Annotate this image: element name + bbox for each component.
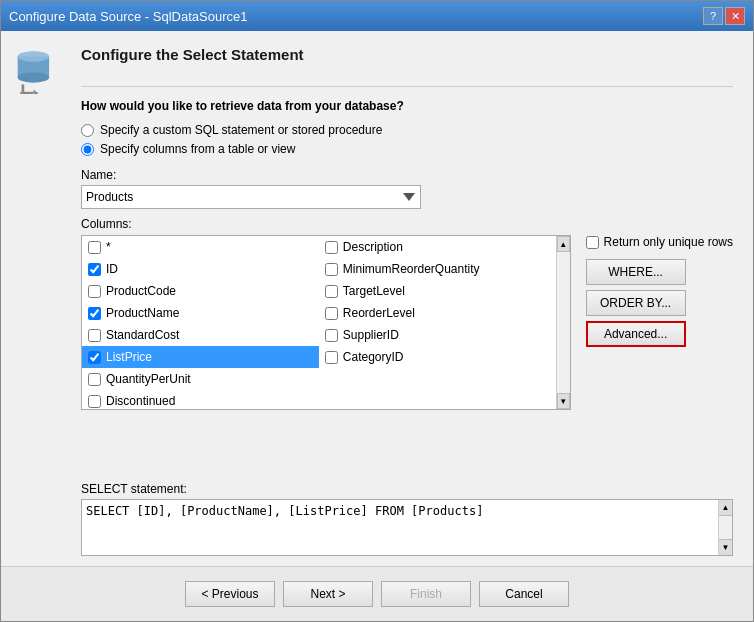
- radio-columns-label: Specify columns from a table or view: [100, 142, 295, 156]
- columns-grid: * ID ProductCode: [82, 236, 556, 409]
- columns-label: Columns:: [81, 217, 733, 231]
- icon-panel: [1, 31, 71, 566]
- finish-button[interactable]: Finish: [381, 581, 471, 607]
- page-title: Configure the Select Statement: [81, 46, 733, 63]
- column-item-discontinued[interactable]: Discontinued: [82, 390, 319, 409]
- column-item-standardcost[interactable]: StandardCost: [82, 324, 319, 346]
- checkbox-supplierid[interactable]: [325, 329, 338, 342]
- question-text: How would you like to retrieve data from…: [81, 99, 733, 113]
- col-right: Description MinimumReorderQuantity Targe…: [319, 236, 556, 409]
- select-scroll-up[interactable]: ▲: [719, 500, 732, 516]
- col-targetlevel-label: TargetLevel: [343, 284, 405, 298]
- checkbox-minreorderqty[interactable]: [325, 263, 338, 276]
- divider: [81, 86, 733, 87]
- main-window: Configure Data Source - SqlDataSource1 ?…: [0, 0, 754, 622]
- col-left: * ID ProductCode: [82, 236, 319, 409]
- column-item-targetlevel[interactable]: TargetLevel: [319, 280, 556, 302]
- columns-section: Columns: *: [81, 217, 733, 472]
- database-icon: [12, 46, 60, 94]
- return-unique-row: Return only unique rows: [586, 235, 733, 249]
- close-button[interactable]: ✕: [725, 7, 745, 25]
- cancel-button[interactable]: Cancel: [479, 581, 569, 607]
- next-button[interactable]: Next >: [283, 581, 373, 607]
- columns-area: * ID ProductCode: [81, 235, 733, 472]
- column-item-qtyperunit[interactable]: QuantityPerUnit: [82, 368, 319, 390]
- select-statement-label: SELECT statement:: [81, 482, 733, 496]
- unique-rows-label: Return only unique rows: [604, 235, 733, 249]
- window-title: Configure Data Source - SqlDataSource1: [9, 9, 247, 24]
- checkbox-star[interactable]: [88, 241, 101, 254]
- col-qtyperunit-label: QuantityPerUnit: [106, 372, 191, 386]
- checkbox-productname[interactable]: [88, 307, 101, 320]
- radio-columns[interactable]: [81, 143, 94, 156]
- col-discontinued-label: Discontinued: [106, 394, 175, 408]
- column-item-supplierid[interactable]: SupplierID: [319, 324, 556, 346]
- columns-right-panel: Return only unique rows WHERE... ORDER B…: [586, 235, 733, 472]
- col-supplierid-label: SupplierID: [343, 328, 399, 342]
- checkbox-id[interactable]: [88, 263, 101, 276]
- radio-custom-sql-item: Specify a custom SQL statement or stored…: [81, 123, 733, 137]
- scrollbar[interactable]: ▲ ▼: [556, 236, 570, 409]
- checkbox-discontinued[interactable]: [88, 395, 101, 408]
- column-item-reorderlevel[interactable]: ReorderLevel: [319, 302, 556, 324]
- help-button[interactable]: ?: [703, 7, 723, 25]
- footer-bar: < Previous Next > Finish Cancel: [1, 566, 753, 621]
- column-item-categoryid[interactable]: CategoryID: [319, 346, 556, 368]
- checkbox-unique-rows[interactable]: [586, 236, 599, 249]
- main-content: Configure the Select Statement How would…: [71, 31, 753, 566]
- col-productcode-label: ProductCode: [106, 284, 176, 298]
- advanced-button[interactable]: Advanced...: [586, 321, 686, 347]
- svg-marker-6: [33, 90, 38, 94]
- col-standardcost-label: StandardCost: [106, 328, 179, 342]
- radio-custom-sql[interactable]: [81, 124, 94, 137]
- col-star-label: *: [106, 240, 111, 254]
- select-scrollbar: ▲ ▼: [718, 500, 732, 555]
- name-label: Name:: [81, 168, 733, 182]
- checkbox-productcode[interactable]: [88, 285, 101, 298]
- svg-point-3: [18, 51, 49, 61]
- checkbox-qtyperunit[interactable]: [88, 373, 101, 386]
- name-select[interactable]: Products: [81, 185, 421, 209]
- col-id-label: ID: [106, 262, 118, 276]
- checkbox-reorderlevel[interactable]: [325, 307, 338, 320]
- svg-point-2: [18, 72, 49, 82]
- column-item-id[interactable]: ID: [82, 258, 319, 280]
- radio-columns-item: Specify columns from a table or view: [81, 142, 733, 156]
- where-button[interactable]: WHERE...: [586, 259, 686, 285]
- select-textarea[interactable]: SELECT [ID], [ProductName], [ListPrice] …: [82, 500, 718, 555]
- col-productname-label: ProductName: [106, 306, 179, 320]
- previous-button[interactable]: < Previous: [185, 581, 275, 607]
- column-item-listprice[interactable]: ListPrice: [82, 346, 319, 368]
- checkbox-listprice[interactable]: [88, 351, 101, 364]
- checkbox-standardcost[interactable]: [88, 329, 101, 342]
- column-item-description[interactable]: Description: [319, 236, 556, 258]
- column-item-star[interactable]: *: [82, 236, 319, 258]
- scroll-down[interactable]: ▼: [557, 393, 570, 409]
- columns-list-container: * ID ProductCode: [81, 235, 571, 410]
- col-minreorderqty-label: MinimumReorderQuantity: [343, 262, 480, 276]
- scroll-up[interactable]: ▲: [557, 236, 570, 252]
- title-bar-buttons: ? ✕: [703, 7, 745, 25]
- radio-group: Specify a custom SQL statement or stored…: [81, 123, 733, 156]
- col-listprice-label: ListPrice: [106, 350, 152, 364]
- checkbox-targetlevel[interactable]: [325, 285, 338, 298]
- columns-inner: * ID ProductCode: [82, 236, 556, 409]
- checkbox-description[interactable]: [325, 241, 338, 254]
- col-reorderlevel-label: ReorderLevel: [343, 306, 415, 320]
- column-item-productname[interactable]: ProductName: [82, 302, 319, 324]
- title-bar: Configure Data Source - SqlDataSource1 ?…: [1, 1, 753, 31]
- order-by-button[interactable]: ORDER BY...: [586, 290, 686, 316]
- select-scroll-down[interactable]: ▼: [719, 539, 732, 555]
- column-item-minreorderqty[interactable]: MinimumReorderQuantity: [319, 258, 556, 280]
- col-categoryid-label: CategoryID: [343, 350, 404, 364]
- radio-custom-sql-label: Specify a custom SQL statement or stored…: [100, 123, 382, 137]
- column-item-productcode[interactable]: ProductCode: [82, 280, 319, 302]
- content-area: Configure the Select Statement How would…: [1, 31, 753, 566]
- select-scroll-track: [719, 516, 732, 539]
- name-section: Name: Products: [81, 168, 733, 209]
- select-statement-section: SELECT statement: SELECT [ID], [ProductN…: [81, 482, 733, 556]
- col-description-label: Description: [343, 240, 403, 254]
- checkbox-categoryid[interactable]: [325, 351, 338, 364]
